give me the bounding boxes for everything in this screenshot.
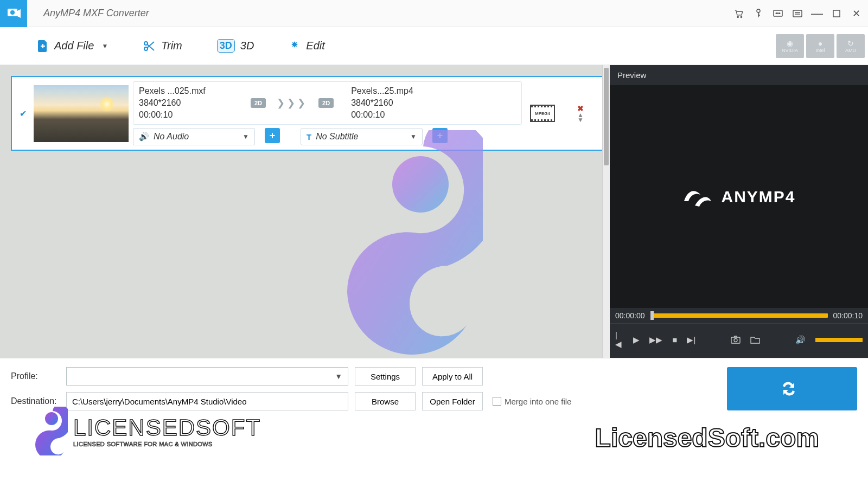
svg-point-7 [777, 12, 778, 14]
svg-point-12 [144, 47, 148, 50]
convert-icon [781, 382, 797, 396]
svg-point-2 [737, 16, 738, 17]
volume-icon[interactable]: 🔊 [795, 335, 806, 345]
chevron-down-icon: ▼ [242, 133, 249, 140]
source-resolution: 3840*2160 [139, 98, 242, 108]
maximize-icon[interactable] [830, 7, 843, 20]
menu-icon[interactable] [791, 7, 804, 20]
dest-duration: 00:00:10 [351, 110, 454, 120]
svg-point-15 [734, 339, 737, 342]
time-current: 00:00:00 [615, 311, 645, 320]
gpu-nvidia: ◉NVIDIA [776, 34, 804, 58]
svg-rect-14 [731, 337, 740, 343]
add-file-icon [37, 39, 49, 53]
bottom-bar: Profile: ▼ Settings Apply to All Destina… [0, 358, 868, 423]
edit-label: Edit [306, 40, 324, 52]
merge-checkbox[interactable]: Merge into one file [493, 397, 571, 406]
key-icon[interactable] [752, 7, 765, 20]
speaker-icon: 🔊 [139, 132, 149, 142]
checkbox-icon[interactable] [493, 397, 501, 406]
convert-button[interactable] [727, 367, 857, 410]
apply-all-button[interactable]: Apply to All [422, 367, 483, 386]
preview-screen[interactable]: ANYMP4 [610, 85, 868, 308]
edit-button[interactable]: Edit [279, 35, 334, 56]
add-subtitle-button[interactable]: + [432, 128, 448, 143]
app-logo [0, 0, 27, 27]
svg-point-1 [10, 10, 15, 15]
profile-dropdown[interactable]: ▼ [66, 367, 348, 386]
timeline-track[interactable] [650, 313, 828, 318]
stop-button[interactable]: ■ [672, 335, 677, 344]
watermark-tagline: LICENSED SOFTWARE FOR MAC & WINDOWS [73, 441, 261, 447]
time-total: 00:00:10 [833, 311, 863, 320]
preview-timeline: 00:00:00 00:00:10 [610, 308, 868, 323]
close-icon[interactable]: ✕ [850, 7, 863, 20]
play-button[interactable]: ▶ [633, 335, 640, 345]
dest-dim-badge: 2D [318, 98, 334, 108]
subtitle-value: No Subtitle [316, 132, 406, 142]
add-audio-button[interactable]: + [265, 128, 280, 143]
chevron-down-icon: ▼ [335, 372, 342, 381]
svg-point-4 [757, 9, 760, 12]
dest-resolution: 3840*2160 [351, 98, 454, 108]
open-folder-button[interactable] [750, 336, 760, 344]
gpu-badges: ◉NVIDIA ●Intel ↻AMD [776, 34, 868, 58]
svg-point-3 [741, 16, 742, 17]
trim-label: Trim [161, 40, 182, 52]
source-filename: Pexels ...025.mxf [139, 86, 242, 96]
next-button[interactable]: ▶| [687, 335, 695, 345]
destination-label: Destination: [11, 396, 60, 406]
main-area: ✔ Pexels ...025.mxf 3840*2160 00:00:10 2… [0, 65, 868, 358]
volume-slider[interactable] [815, 338, 863, 342]
destination-input[interactable] [66, 392, 348, 410]
preview-brand: ANYMP4 [721, 188, 795, 206]
arrow-icon: ❯❯❯ [277, 97, 308, 109]
gpu-amd: ↻AMD [837, 34, 865, 58]
snapshot-button[interactable] [731, 336, 741, 344]
prev-button[interactable]: |◀ [615, 330, 623, 349]
timeline-thumb[interactable] [650, 311, 654, 320]
preview-title: Preview [610, 65, 868, 85]
add-file-label: Add File [54, 40, 94, 52]
file-meta: Pexels ...025.mxf 3840*2160 00:00:10 2D … [133, 81, 522, 125]
3d-button[interactable]: 3D 3D [207, 35, 264, 57]
watermark-url: LicensedSoft.com [595, 423, 819, 453]
video-thumbnail[interactable] [34, 85, 129, 142]
audio-dropdown[interactable]: 🔊 No Audio ▼ [133, 128, 255, 145]
browse-button[interactable]: Browse [355, 392, 416, 410]
app-title: AnyMP4 MXF Converter [43, 8, 149, 19]
3d-label: 3D [240, 40, 254, 52]
subtitle-dropdown[interactable]: T No Subtitle ▼ [301, 128, 423, 145]
svg-point-11 [144, 42, 148, 45]
file-list: ✔ Pexels ...025.mxf 3840*2160 00:00:10 2… [0, 65, 610, 358]
svg-point-13 [392, 156, 449, 213]
preview-controls: |◀ ▶ ▶▶ ■ ▶| 🔊 [610, 323, 868, 358]
profile-label: Profile: [11, 371, 60, 381]
settings-button[interactable]: Settings [355, 367, 416, 386]
list-scrollbar[interactable] [602, 65, 610, 358]
minimize-icon[interactable]: — [810, 7, 824, 20]
titlebar: AnyMP4 MXF Converter — ✕ [0, 0, 868, 27]
titlebar-actions: — ✕ [732, 7, 868, 20]
chevron-down-icon: ▼ [101, 42, 108, 50]
gpu-intel: ●Intel [806, 34, 834, 58]
trim-button[interactable]: Trim [133, 35, 192, 57]
svg-point-6 [776, 12, 777, 14]
open-folder-button[interactable]: Open Folder [422, 392, 483, 410]
3d-icon: 3D [217, 39, 235, 53]
feedback-icon[interactable] [771, 7, 784, 20]
file-row[interactable]: ✔ Pexels ...025.mxf 3840*2160 00:00:10 2… [11, 76, 605, 151]
codec-icon[interactable]: MPEG4 [530, 105, 555, 122]
cart-icon[interactable] [732, 7, 745, 20]
add-file-button[interactable]: Add File ▼ [27, 35, 118, 57]
move-down-button[interactable]: ▼ [577, 118, 584, 123]
dest-filename: Pexels...25.mp4 [351, 86, 454, 96]
preview-panel: Preview ANYMP4 00:00:00 00:00:10 |◀ ▶ ▶▶… [610, 65, 868, 358]
source-duration: 00:00:10 [139, 110, 242, 120]
chevron-down-icon: ▼ [410, 133, 417, 140]
scrollbar-thumb[interactable] [604, 68, 609, 165]
svg-rect-9 [793, 10, 802, 17]
subtitle-icon: T [307, 132, 311, 142]
file-checkbox[interactable]: ✔ [16, 108, 29, 119]
fast-forward-button[interactable]: ▶▶ [649, 335, 662, 345]
